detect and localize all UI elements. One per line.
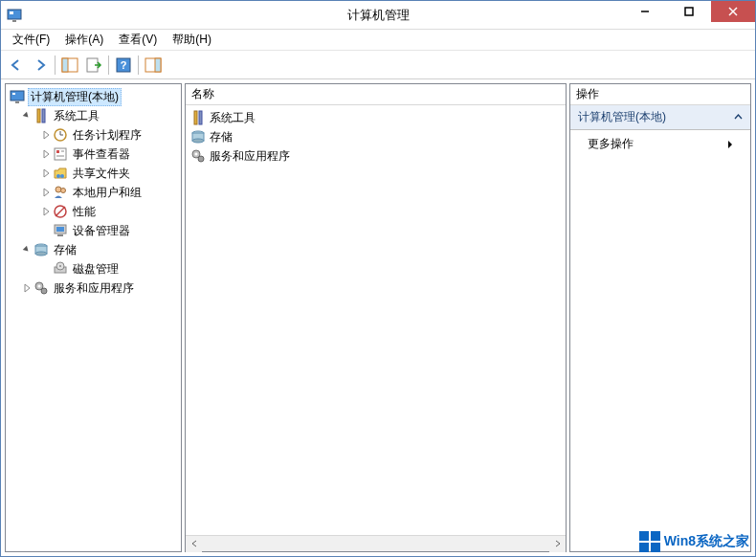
forward-button[interactable] — [29, 54, 52, 77]
tree-storage[interactable]: 存储 — [8, 240, 179, 259]
tree-label: 任务计划程序 — [71, 127, 144, 144]
tree-event-viewer[interactable]: 事件查看器 — [8, 145, 179, 164]
svg-rect-14 — [11, 91, 24, 100]
svg-rect-1 — [10, 11, 13, 14]
tree-label: 服务和应用程序 — [52, 280, 136, 297]
menubar: 文件(F) 操作(A) 查看(V) 帮助(H) — [1, 30, 755, 51]
content-area: 计算机管理(本地) 系统工具 任务计划程序 事件查看器 共享文件夹 — [1, 79, 755, 556]
svg-rect-18 — [42, 109, 45, 123]
scroll-left-button[interactable] — [186, 536, 202, 552]
toolbar: ? — [1, 51, 755, 79]
svg-rect-13 — [155, 58, 161, 72]
tree-task-scheduler[interactable]: 任务计划程序 — [8, 125, 179, 145]
svg-point-27 — [60, 174, 64, 178]
maximize-button[interactable] — [667, 1, 711, 22]
tree-label: 性能 — [71, 204, 98, 220]
list-item-label: 服务和应用程序 — [210, 148, 290, 165]
expand-icon[interactable] — [40, 129, 52, 141]
export-list-button[interactable] — [82, 54, 105, 77]
actions-header: 操作 — [570, 84, 750, 105]
list-item-label: 存储 — [210, 129, 233, 145]
actions-more-actions[interactable]: 更多操作 — [570, 130, 750, 158]
tree-disk-management[interactable]: 磁盘管理 — [8, 259, 179, 278]
toggle-tree-button[interactable] — [58, 54, 81, 77]
expand-icon[interactable] — [40, 206, 52, 217]
list-column-header[interactable]: 名称 — [186, 84, 566, 105]
list-item[interactable]: 服务和应用程序 — [189, 146, 563, 166]
app-icon — [7, 8, 22, 23]
collapse-icon[interactable] — [21, 244, 33, 256]
expand-icon[interactable] — [40, 167, 52, 179]
actions-header-label: 操作 — [576, 86, 599, 102]
list-body[interactable]: 系统工具 存储 服务和应用程序 — [186, 105, 566, 551]
toolbar-separator — [138, 56, 139, 75]
svg-rect-22 — [55, 148, 66, 160]
actions-section-title[interactable]: 计算机管理(本地) — [570, 105, 750, 130]
actions-panel: 操作 计算机管理(本地) 更多操作 — [569, 83, 751, 552]
list-panel: 名称 系统工具 存储 服务和应用程序 — [185, 83, 567, 552]
list-item[interactable]: 存储 — [189, 127, 563, 146]
menu-file[interactable]: 文件(F) — [5, 30, 57, 50]
tree-performance[interactable]: 性能 — [8, 202, 179, 221]
svg-text:?: ? — [121, 59, 127, 71]
tree-label: 设备管理器 — [71, 223, 132, 239]
scroll-right-button[interactable] — [549, 536, 566, 552]
svg-rect-15 — [12, 93, 15, 95]
system-tools-icon — [190, 110, 206, 125]
menu-help[interactable]: 帮助(H) — [165, 30, 219, 50]
svg-line-31 — [56, 207, 65, 216]
back-button[interactable] — [5, 54, 28, 77]
actions-entry-label: 更多操作 — [588, 136, 634, 152]
actions-body: 计算机管理(本地) 更多操作 — [570, 105, 750, 551]
tree-shared-folders[interactable]: 共享文件夹 — [8, 164, 179, 183]
svg-point-28 — [56, 187, 61, 192]
horizontal-scrollbar[interactable] — [186, 535, 566, 551]
tree-device-manager[interactable]: 设备管理器 — [8, 221, 179, 240]
scroll-track[interactable] — [202, 536, 549, 552]
event-viewer-icon — [53, 146, 68, 162]
tree-services[interactable]: 服务和应用程序 — [8, 278, 179, 298]
console-tree[interactable]: 计算机管理(本地) 系统工具 任务计划程序 事件查看器 共享文件夹 — [6, 84, 181, 551]
menu-view[interactable]: 查看(V) — [111, 30, 165, 50]
clock-icon — [53, 127, 68, 143]
toolbar-separator — [108, 56, 109, 75]
storage-icon — [33, 242, 49, 257]
chevron-right-icon — [727, 140, 733, 149]
svg-rect-16 — [15, 101, 19, 103]
menu-action[interactable]: 操作(A) — [57, 30, 111, 50]
collapse-icon[interactable] — [21, 110, 33, 122]
svg-rect-23 — [56, 150, 59, 153]
column-name: 名称 — [191, 86, 214, 102]
collapse-icon[interactable] — [734, 113, 743, 122]
tree-label: 计算机管理(本地) — [28, 88, 122, 106]
tree-root[interactable]: 计算机管理(本地) — [8, 87, 179, 106]
minimize-button[interactable] — [623, 1, 667, 22]
tree-label: 共享文件夹 — [71, 166, 132, 182]
svg-line-5 — [729, 8, 737, 15]
close-button[interactable] — [711, 1, 755, 22]
svg-point-50 — [195, 153, 198, 156]
help-button[interactable]: ? — [112, 54, 135, 77]
performance-icon — [53, 204, 68, 219]
list-item[interactable]: 系统工具 — [189, 108, 563, 127]
tree-local-users[interactable]: 本地用户和组 — [8, 183, 179, 202]
toggle-action-pane-button[interactable] — [142, 54, 165, 77]
device-manager-icon — [53, 223, 68, 238]
shared-folder-icon — [53, 166, 68, 181]
disk-icon — [53, 261, 68, 277]
svg-point-51 — [198, 156, 204, 162]
svg-point-29 — [61, 189, 66, 193]
expand-icon[interactable] — [40, 148, 52, 160]
svg-line-6 — [729, 8, 737, 15]
svg-rect-17 — [37, 109, 40, 123]
services-icon — [190, 148, 206, 164]
svg-rect-4 — [685, 8, 693, 15]
tree-label: 事件查看器 — [71, 146, 132, 163]
expand-icon[interactable] — [21, 282, 33, 294]
tree-label: 存储 — [52, 242, 78, 258]
tree-panel: 计算机管理(本地) 系统工具 任务计划程序 事件查看器 共享文件夹 — [5, 83, 182, 552]
svg-point-42 — [38, 285, 41, 288]
svg-rect-2 — [12, 20, 16, 22]
tree-system-tools[interactable]: 系统工具 — [8, 106, 179, 125]
expand-icon[interactable] — [40, 187, 52, 198]
